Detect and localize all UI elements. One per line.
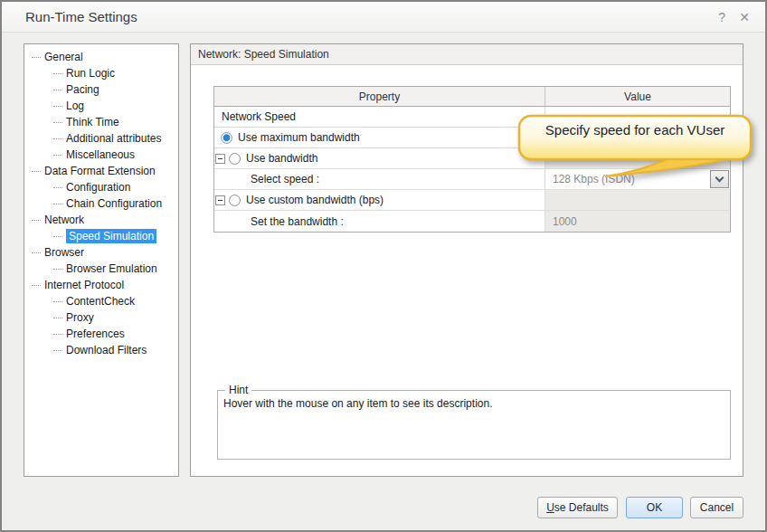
tree-item-preferences[interactable]: Preferences: [24, 326, 178, 342]
use-defaults-button[interactable]: Use Defaults: [537, 497, 618, 518]
tree-item-download-filters[interactable]: Download Filters: [24, 342, 178, 358]
tree-guide: [53, 122, 62, 123]
table-row: Select speed : 128 Kbps (ISDN): [214, 169, 730, 190]
table-row: Use bandwidth: [214, 148, 730, 169]
column-header-property: Property: [214, 87, 545, 106]
dialog-title: Run-Time Settings: [25, 9, 137, 24]
table-row: Use maximum bandwidth: [214, 128, 730, 148]
radio-use-bandwidth[interactable]: [229, 153, 241, 165]
tree-item-contentcheck[interactable]: ContentCheck: [24, 293, 178, 309]
set-bandwidth-label: Set the bandwidth :: [214, 215, 344, 228]
table-row: Network Speed: [214, 107, 730, 128]
tree-item-log[interactable]: Log: [24, 98, 178, 114]
select-speed-label: Select speed :: [214, 173, 319, 185]
category-network-speed: Network Speed: [214, 110, 296, 123]
tree-guide: [32, 220, 41, 221]
tree-item-speed-simulation[interactable]: Speed Simulation: [24, 228, 178, 244]
tree-guide: [53, 334, 62, 335]
tree-item-data-format-extension[interactable]: Data Format Extension: [24, 163, 178, 179]
radio-label-use-maximum-bandwidth: Use maximum bandwidth: [238, 131, 360, 144]
radio-use-maximum-bandwidth[interactable]: [221, 132, 232, 144]
panel-header: Network: Speed Simulation: [191, 44, 743, 65]
tree-item-configuration[interactable]: Configuration: [24, 179, 178, 195]
select-speed-combobox[interactable]: 128 Kbps (ISDN): [545, 169, 730, 189]
tree-item-chain-configuration[interactable]: Chain Configuration: [24, 195, 178, 212]
title-bar: Run-Time Settings ? ✕: [2, 2, 765, 33]
radio-label-use-custom-bandwidth: Use custom bandwidth (bps): [246, 194, 384, 206]
hint-groupbox: Hint Hover with the mouse on any item to…: [217, 390, 731, 460]
settings-panel: Network: Speed Simulation Property Value…: [190, 43, 743, 477]
combobox-dropdown-button[interactable]: [710, 170, 729, 188]
tree-guide: [53, 301, 62, 302]
tree-guide: [53, 318, 62, 318]
tree-guide: [53, 106, 62, 107]
tree-item-internet-protocol[interactable]: Internet Protocol: [24, 277, 178, 293]
tree-item-think-time[interactable]: Think Time: [24, 114, 178, 130]
ok-button[interactable]: OK: [626, 497, 683, 518]
tree-guide: [53, 350, 62, 351]
tree-guide: [32, 57, 41, 58]
hint-legend: Hint: [225, 384, 251, 396]
collapse-icon-use-bandwidth[interactable]: [215, 154, 225, 164]
tree-guide: [53, 269, 62, 270]
tree-item-pacing[interactable]: Pacing: [24, 81, 178, 98]
tree-guide: [53, 73, 62, 74]
tree-guide: [53, 236, 62, 237]
tree-guide: [32, 252, 41, 253]
tree-item-miscellaneous[interactable]: Miscellaneous: [24, 147, 178, 163]
table-row: Set the bandwidth : 1000: [214, 211, 730, 232]
table-header-row: Property Value: [214, 87, 730, 107]
close-icon[interactable]: ✕: [739, 10, 750, 24]
property-table: Property Value Network Speed Use maximum…: [213, 86, 731, 233]
tree-guide: [32, 285, 41, 286]
tree-guide: [53, 90, 62, 90]
tree-item-additional-attributes[interactable]: Additional attributes: [24, 130, 178, 147]
tree-guide: [53, 204, 62, 204]
tree-item-general[interactable]: General: [24, 49, 178, 65]
tree-item-browser[interactable]: Browser: [24, 244, 178, 261]
tree-guide: [53, 187, 62, 188]
radio-label-use-bandwidth: Use bandwidth: [246, 152, 317, 165]
tree-guide: [53, 155, 62, 156]
select-speed-value: 128 Kbps (ISDN): [545, 173, 635, 185]
collapse-icon-use-custom-bandwidth[interactable]: [215, 195, 225, 205]
column-header-value: Value: [545, 87, 730, 106]
table-row: Use custom bandwidth (bps): [214, 190, 730, 211]
help-icon[interactable]: ?: [718, 10, 725, 24]
cancel-button[interactable]: Cancel: [690, 497, 743, 518]
tree-guide: [53, 138, 62, 139]
tree-item-proxy[interactable]: Proxy: [24, 309, 178, 326]
tree-item-run-logic[interactable]: Run Logic: [24, 65, 178, 81]
settings-tree: General Run Logic Pacing Log Think Time …: [24, 43, 179, 477]
radio-use-custom-bandwidth[interactable]: [229, 195, 241, 206]
tree-item-network[interactable]: Network: [24, 212, 178, 228]
set-bandwidth-value: 1000: [545, 215, 577, 228]
runtime-settings-dialog: Run-Time Settings ? ✕ General Run Logic …: [0, 0, 767, 532]
hint-text: Hover with the mouse on any item to see …: [223, 397, 492, 410]
tree-item-browser-emulation[interactable]: Browser Emulation: [24, 261, 178, 277]
tree-guide: [32, 171, 41, 172]
chevron-down-icon: [715, 174, 724, 183]
